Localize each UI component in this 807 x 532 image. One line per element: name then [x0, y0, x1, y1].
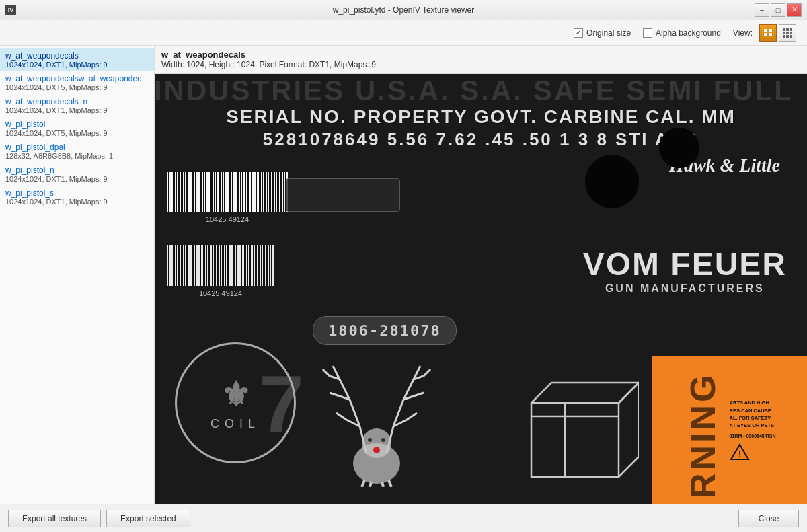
sidebar-item-6[interactable]: w_pi_pistol_s 1024x1024, DXT1, MipMaps: …	[0, 186, 154, 208]
svg-point-88	[373, 447, 380, 453]
svg-rect-84	[269, 245, 270, 286]
vom-feuer-area: VOM FEUER GUN MANUFACTURERS	[583, 245, 787, 295]
export-selected-button[interactable]: Export selected	[106, 510, 190, 527]
sidebar-item-3[interactable]: w_pi_pistol 1024x1024, DXT5, MipMaps: 9	[0, 117, 154, 140]
close-window-button[interactable]: ✕	[787, 3, 802, 17]
svg-rect-24	[229, 172, 231, 212]
sidebar-item-4[interactable]: w_pi_pistol_dpal 128x32, A8R8G8B8, MipMa…	[0, 140, 154, 163]
svg-rect-33	[254, 172, 254, 212]
texture-info-bar: w_at_weapondecals Width: 1024, Height: 1…	[155, 46, 807, 74]
barcode1-number: 10425 49124	[167, 215, 288, 223]
svg-rect-52	[181, 245, 183, 286]
svg-rect-50	[176, 245, 177, 286]
hole-circle-2	[659, 128, 699, 168]
svg-point-89	[368, 438, 372, 442]
svg-rect-73	[239, 245, 239, 286]
svg-rect-63	[212, 245, 213, 286]
svg-rect-56	[192, 245, 194, 286]
svg-rect-26	[235, 172, 235, 212]
box-outline	[504, 363, 639, 484]
svg-rect-85	[271, 245, 272, 286]
svg-rect-18	[214, 172, 215, 212]
svg-rect-34	[256, 172, 257, 212]
export-all-button[interactable]: Export all textures	[8, 510, 101, 527]
main-content: w_at_weapondecals 1024x1024, DXT1, MipMa…	[0, 46, 807, 504]
svg-rect-65	[217, 245, 219, 286]
gun-manufacturers-text: GUN MANUFACTURERS	[583, 282, 787, 295]
minimize-button[interactable]: −	[755, 3, 769, 17]
footer: Export all textures Export selected Clos…	[0, 504, 807, 532]
svg-rect-38	[267, 172, 268, 212]
title-bar: IV w_pi_pistol.ytd - OpenIV Texture view…	[0, 0, 807, 20]
svg-rect-12	[198, 172, 198, 212]
svg-rect-81	[261, 245, 262, 286]
alpha-background-checkbox[interactable]	[643, 28, 652, 38]
hole-circle-1	[585, 155, 639, 208]
original-size-checkbox-wrapper[interactable]: Original size	[574, 28, 631, 38]
toolbar: Original size Alpha background View:	[0, 20, 807, 46]
svg-rect-29	[242, 172, 243, 212]
svg-rect-68	[225, 245, 226, 286]
svg-rect-70	[231, 245, 231, 286]
footer-left: Export all textures Export selected	[8, 510, 190, 527]
svg-rect-16	[208, 172, 208, 212]
svg-rect-11	[195, 172, 196, 212]
svg-rect-43	[280, 172, 282, 212]
svg-rect-59	[200, 245, 201, 286]
texture-name: w_at_weapondecals	[161, 50, 800, 60]
alpha-background-label: Alpha background	[656, 28, 721, 38]
restore-button[interactable]: □	[771, 3, 785, 17]
svg-rect-20	[219, 172, 221, 212]
svg-rect-19	[216, 172, 217, 212]
sidebar-item-0[interactable]: w_at_weapondecals 1024x1024, DXT1, MipMa…	[0, 48, 154, 71]
svg-rect-4	[176, 172, 177, 212]
svg-rect-83	[266, 245, 268, 286]
svg-rect-75	[244, 245, 246, 286]
svg-rect-49	[173, 245, 175, 286]
svg-line-94	[389, 480, 391, 487]
texture-canvas[interactable]: INDUSTRIES U.S.A. S.A. SAFE SEMI FULL SE…	[155, 74, 807, 504]
svg-rect-21	[222, 172, 223, 212]
svg-rect-27	[237, 172, 239, 212]
svg-rect-44	[283, 172, 284, 212]
barcode-1: 10425 49124	[167, 172, 288, 222]
svg-rect-71	[233, 245, 235, 286]
sidebar-item-2[interactable]: w_at_weapondecals_n 1024x1024, DXT1, Mip…	[0, 94, 154, 117]
original-size-label: Original size	[586, 28, 631, 38]
sidebar-item-1[interactable]: w_at_weapondecalsw_at_weapondec 1024x102…	[0, 71, 154, 94]
svg-rect-5	[178, 172, 180, 212]
svg-rect-17	[210, 172, 213, 212]
sidebar-item-name-2: w_at_weapondecals_n	[5, 97, 149, 106]
sidebar-item-info-6: 1024x1024, DXT1, MipMaps: 9	[5, 198, 149, 206]
svg-rect-7	[184, 172, 185, 212]
svg-rect-30	[245, 172, 246, 212]
industries-text: INDUSTRIES U.S.A. S.A. SAFE SEMI FULL	[155, 75, 794, 107]
coil-logo: ⚜ COIL	[175, 342, 296, 463]
svg-rect-23	[227, 172, 227, 212]
sidebar-item-info-2: 1024x1024, DXT1, MipMaps: 9	[5, 106, 149, 114]
coil-text: COIL	[210, 417, 260, 431]
close-button[interactable]: Close	[738, 510, 799, 527]
svg-rect-54	[186, 245, 188, 286]
sidebar-item-name-4: w_pi_pistol_dpal	[5, 143, 149, 152]
warning-box: RNING ARTS AND HIGH RES CAN CAUSE AL. FO…	[652, 356, 807, 504]
view-grid-2-button[interactable]	[759, 24, 777, 42]
svg-point-87	[362, 428, 391, 458]
svg-rect-72	[236, 245, 237, 286]
svg-rect-51	[178, 245, 180, 286]
svg-rect-48	[171, 245, 171, 286]
original-size-checkbox[interactable]	[574, 28, 583, 38]
svg-rect-53	[184, 245, 185, 286]
barcode-label	[286, 178, 400, 212]
svg-rect-47	[168, 245, 169, 286]
box-svg	[504, 363, 639, 484]
svg-rect-9	[190, 172, 190, 212]
view-grid-3-button[interactable]	[779, 24, 796, 42]
sidebar-item-5[interactable]: w_pi_pistol_n 1024x1024, DXT1, MipMaps: …	[0, 163, 154, 186]
alpha-background-checkbox-wrapper[interactable]: Alpha background	[643, 28, 721, 38]
alpha-background-group: Alpha background	[643, 28, 721, 38]
sidebar-item-info-1: 1024x1024, DXT5, MipMaps: 9	[5, 83, 149, 91]
sidebar-item-name-5: w_pi_pistol_n	[5, 165, 149, 175]
svg-rect-60	[203, 245, 205, 286]
warning-triangle-icon: !	[730, 443, 750, 461]
